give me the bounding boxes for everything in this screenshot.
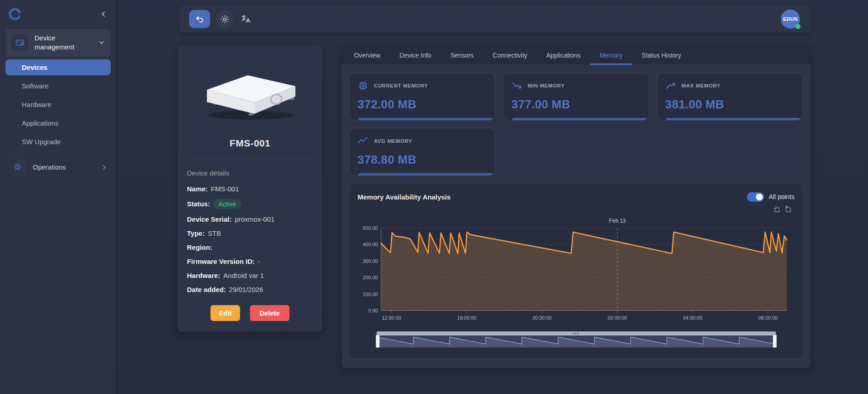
topbar: EDUN xyxy=(179,5,810,33)
detail-row-serial: Device Serial:proxmox-001 xyxy=(187,215,313,223)
sidebar-group-device-management[interactable]: Device management xyxy=(5,29,111,57)
stat-card-current-memory: CURRENT MEMORY 372.00 MB xyxy=(349,73,495,121)
stat-label: MIN MEMORY xyxy=(528,83,565,88)
chart-toolbox xyxy=(358,205,792,214)
sidebar-item-operations[interactable]: Operations xyxy=(5,157,111,178)
language-button[interactable] xyxy=(239,12,253,26)
sidebar-nav: Devices Software Hardware Applications S… xyxy=(5,59,111,150)
activity-icon xyxy=(358,136,368,146)
tab-bar: Overview Device Info Sensors Connectivit… xyxy=(342,45,810,65)
memory-chart-card: Memory Availability Analysis All points xyxy=(349,183,803,359)
zoom-reset-button[interactable] xyxy=(784,205,792,214)
stat-label: AVG MEMORY xyxy=(374,138,412,144)
sidebar-item-devices[interactable]: Devices xyxy=(5,59,111,75)
zoom-select-icon xyxy=(773,205,780,213)
svg-text:400.00: 400.00 xyxy=(363,242,378,247)
sidebar-operations-label: Operations xyxy=(33,163,94,171)
detail-row-hardware: Hardware:Android var 1 xyxy=(187,272,313,279)
chevron-right-icon xyxy=(101,164,108,171)
chip-icon xyxy=(358,80,368,91)
tab-applications[interactable]: Applications xyxy=(537,45,590,65)
trending-up-icon xyxy=(665,80,676,91)
device-detail-panel: Overview Device Info Sensors Connectivit… xyxy=(342,45,810,368)
tab-status-history[interactable]: Status History xyxy=(632,45,691,65)
brush-minichart[interactable] xyxy=(377,336,776,347)
svg-text:16:00:00: 16:00:00 xyxy=(457,315,476,321)
brush-grip-icon xyxy=(573,332,579,335)
sidebar: Device management Devices Software Hardw… xyxy=(0,0,117,394)
chevron-down-icon xyxy=(98,39,105,46)
tab-memory[interactable]: Memory xyxy=(590,45,633,65)
device-details-title: Device details xyxy=(187,169,313,177)
sidebar-item-applications[interactable]: Applications xyxy=(5,115,111,131)
svg-text:300.00: 300.00 xyxy=(363,258,378,264)
tab-connectivity[interactable]: Connectivity xyxy=(483,45,537,65)
all-points-label: All points xyxy=(769,193,794,200)
stat-card-max-memory: MAX MEMORY 381.00 MB xyxy=(657,73,803,121)
back-button[interactable] xyxy=(189,10,210,28)
svg-text:100.00: 100.00 xyxy=(363,292,378,297)
detail-row-date-added: Date added:29/01/2026 xyxy=(187,286,313,293)
device-management-icon xyxy=(11,34,29,51)
translate-icon xyxy=(241,14,251,24)
device-image xyxy=(196,67,304,126)
sidebar-collapse-button[interactable] xyxy=(98,9,109,19)
all-points-toggle[interactable] xyxy=(747,192,764,202)
sun-icon xyxy=(221,15,229,24)
brush-handle-left[interactable] xyxy=(376,335,380,348)
svg-text:500.00: 500.00 xyxy=(363,225,378,231)
tab-overview[interactable]: Overview xyxy=(344,45,390,65)
chart-range-brush xyxy=(377,331,776,347)
brush-handle-right[interactable] xyxy=(773,335,777,348)
sidebar-item-sw-upgrade[interactable]: SW Upgrade xyxy=(5,134,111,150)
sidebar-item-software[interactable]: Software xyxy=(5,78,111,94)
stat-value: 378.80 MB xyxy=(358,153,487,167)
stat-value: 372.00 MB xyxy=(358,97,487,112)
brush-minichart-svg xyxy=(377,336,775,346)
stat-card-min-memory: MIN MEMORY 377.00 MB xyxy=(503,73,649,121)
app-root: Device management Devices Software Hardw… xyxy=(0,0,868,394)
online-status-dot xyxy=(795,24,800,29)
app-logo-icon xyxy=(8,7,22,21)
sidebar-group-label: Device management xyxy=(34,34,93,52)
detail-row-name: Name:FMS-001 xyxy=(187,185,313,193)
svg-text:20:00:00: 20:00:00 xyxy=(532,315,552,321)
trending-down-icon xyxy=(511,80,522,91)
stat-card-avg-memory: AVG MEMORY 378.80 MB xyxy=(349,128,495,176)
brush-rail[interactable] xyxy=(377,331,776,336)
memory-stat-grid: CURRENT MEMORY 372.00 MB MIN MEMORY xyxy=(349,73,803,176)
svg-text:0.00: 0.00 xyxy=(368,308,378,313)
device-card: FMS-001 Device details Name:FMS-001 Stat… xyxy=(178,45,322,332)
svg-text:00:00:00: 00:00:00 xyxy=(608,315,627,321)
chart-title: Memory Availability Analysis xyxy=(358,193,451,201)
divider xyxy=(187,159,313,159)
svg-text:Feb 13: Feb 13 xyxy=(609,218,626,224)
memory-chart-svg: 0.00100.00200.00300.00400.00500.0012:00:… xyxy=(358,214,794,329)
detail-row-firmware: Firmware Version ID:- xyxy=(187,258,313,265)
device-name: FMS-001 xyxy=(187,138,313,149)
stat-value: 381.00 MB xyxy=(665,97,794,112)
delete-button[interactable]: Delete xyxy=(250,305,289,321)
theme-toggle-button[interactable] xyxy=(216,10,234,28)
stat-label: MAX MEMORY xyxy=(682,83,721,88)
stat-label: CURRENT MEMORY xyxy=(374,83,428,88)
operations-gear-icon xyxy=(8,159,26,176)
svg-text:12:00:00: 12:00:00 xyxy=(382,315,401,321)
tab-device-info[interactable]: Device Info xyxy=(390,45,441,65)
stat-value: 377.00 MB xyxy=(511,97,641,112)
svg-text:08:00:00: 08:00:00 xyxy=(758,315,778,321)
status-badge: Active xyxy=(213,199,241,209)
edit-button[interactable]: Edit xyxy=(211,305,240,321)
zoom-select-button[interactable] xyxy=(773,205,780,214)
back-arrow-icon xyxy=(195,15,204,24)
avatar-initials: EDUN xyxy=(783,16,798,22)
zoom-reset-icon xyxy=(784,205,792,213)
sidebar-item-hardware[interactable]: Hardware xyxy=(5,97,111,112)
main-area: EDUN FMS-001 De xyxy=(117,0,868,394)
detail-row-region: Region: xyxy=(187,243,313,251)
svg-text:200.00: 200.00 xyxy=(363,275,378,280)
tab-sensors[interactable]: Sensors xyxy=(441,45,483,65)
avatar[interactable]: EDUN xyxy=(781,10,800,29)
detail-row-status: Status:Active xyxy=(187,199,313,209)
svg-text:04:00:00: 04:00:00 xyxy=(683,315,702,321)
